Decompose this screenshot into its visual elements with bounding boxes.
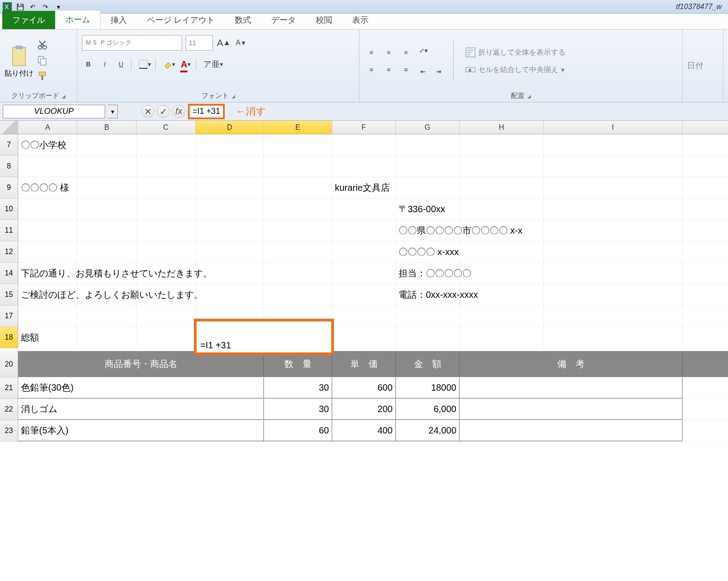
- col-header-B[interactable]: B: [77, 121, 136, 134]
- format-painter-icon[interactable]: [37, 71, 48, 82]
- table-cell[interactable]: 600: [332, 377, 396, 398]
- cell[interactable]: [544, 134, 682, 155]
- cell[interactable]: 下記の通り、お見積もりさせていただきます。: [18, 263, 77, 284]
- redo-icon[interactable]: ↷: [40, 1, 51, 12]
- table-cell[interactable]: 30: [264, 377, 332, 398]
- cell[interactable]: 担当：〇〇〇〇〇: [396, 263, 460, 284]
- cell[interactable]: [332, 284, 396, 305]
- cell[interactable]: [396, 327, 460, 348]
- cell[interactable]: [77, 156, 136, 177]
- cut-icon[interactable]: [37, 40, 48, 51]
- row-header[interactable]: 20: [0, 351, 18, 377]
- cell[interactable]: [544, 177, 682, 198]
- col-header-F[interactable]: F: [332, 121, 396, 134]
- font-name-combo[interactable]: ＭＳ Ｐゴシック: [82, 35, 182, 51]
- cell[interactable]: [136, 241, 196, 262]
- cell[interactable]: [196, 284, 264, 305]
- col-header-G[interactable]: G: [396, 121, 460, 134]
- name-box[interactable]: VLOOKUP: [3, 105, 105, 118]
- row-header[interactable]: 7: [0, 134, 18, 156]
- cell[interactable]: [332, 306, 396, 326]
- tab-file[interactable]: ファイル: [2, 11, 55, 29]
- increase-font-icon[interactable]: A▲: [217, 36, 231, 50]
- tab-home[interactable]: ホーム: [55, 10, 101, 29]
- cell[interactable]: 〇〇小学校: [18, 134, 77, 155]
- fill-color-icon[interactable]: ▾: [162, 57, 176, 71]
- cell[interactable]: [332, 263, 396, 284]
- cell[interactable]: 〇〇〇〇 様: [18, 177, 77, 198]
- table-cell[interactable]: 400: [332, 420, 396, 441]
- cell[interactable]: [196, 199, 264, 219]
- cell[interactable]: [264, 177, 332, 198]
- table-cell[interactable]: 鉛筆(5本入): [18, 420, 264, 441]
- cell[interactable]: [544, 263, 682, 284]
- cell[interactable]: 〇〇〇〇 x-xxx: [396, 241, 460, 262]
- cell[interactable]: [544, 241, 682, 262]
- row-header[interactable]: 15: [0, 284, 18, 306]
- cell[interactable]: [544, 156, 682, 177]
- cell[interactable]: [18, 199, 77, 219]
- row-header[interactable]: 8: [0, 156, 18, 177]
- decrease-font-icon[interactable]: A▼: [235, 36, 248, 50]
- font-size-combo[interactable]: 11: [186, 35, 213, 51]
- cell[interactable]: [332, 134, 396, 155]
- cancel-formula-icon[interactable]: ✕: [142, 105, 154, 118]
- cell[interactable]: [544, 220, 682, 241]
- cell[interactable]: [196, 134, 264, 155]
- table-cell[interactable]: 18000: [396, 377, 460, 398]
- cell[interactable]: [196, 177, 264, 198]
- cell[interactable]: [18, 241, 77, 262]
- wrap-text-button[interactable]: 折り返して全体を表示する: [462, 46, 569, 59]
- cell[interactable]: [264, 284, 332, 305]
- row-header[interactable]: 18: [0, 327, 18, 348]
- border-icon[interactable]: ▾: [138, 57, 152, 71]
- increase-indent-icon[interactable]: ⇥: [432, 64, 445, 79]
- cell[interactable]: [77, 199, 136, 219]
- cell[interactable]: [544, 284, 682, 305]
- copy-icon[interactable]: [37, 56, 48, 66]
- align-left-icon[interactable]: ≡: [364, 62, 379, 77]
- align-right-icon[interactable]: ≡: [399, 62, 413, 77]
- cell[interactable]: [396, 134, 460, 155]
- cell[interactable]: [136, 177, 196, 198]
- row-header[interactable]: 22: [0, 399, 18, 420]
- cell[interactable]: [396, 177, 460, 198]
- cell[interactable]: [77, 177, 136, 198]
- align-top-icon[interactable]: ≡: [364, 45, 379, 60]
- table-header-cell[interactable]: 金 額: [396, 351, 460, 377]
- cell[interactable]: [264, 134, 332, 155]
- font-color-icon[interactable]: A▾: [179, 57, 192, 71]
- cell[interactable]: [460, 199, 544, 219]
- cell[interactable]: [77, 306, 136, 326]
- cell[interactable]: [332, 327, 396, 348]
- cell[interactable]: [460, 263, 544, 284]
- cell[interactable]: 総額: [18, 327, 77, 348]
- merge-center-button[interactable]: a セルを結合して中央揃え▾: [462, 63, 569, 76]
- cell[interactable]: [460, 177, 544, 198]
- number-format-hint[interactable]: 日付: [687, 32, 718, 98]
- row-header[interactable]: 17: [0, 306, 18, 327]
- align-bottom-icon[interactable]: ≡: [399, 45, 413, 60]
- cell[interactable]: [136, 134, 196, 155]
- cell[interactable]: [77, 134, 136, 155]
- save-icon[interactable]: 💾: [15, 1, 25, 12]
- paste-label[interactable]: 貼り付け: [5, 69, 34, 78]
- cell[interactable]: [18, 156, 77, 177]
- phonetic-icon[interactable]: ア亜▾: [203, 57, 223, 71]
- cell[interactable]: [136, 306, 196, 326]
- paste-icon[interactable]: [8, 44, 30, 69]
- tab-formulas[interactable]: 数式: [225, 11, 261, 29]
- tab-review[interactable]: 校閲: [306, 11, 342, 29]
- table-cell[interactable]: 200: [332, 399, 396, 420]
- cell[interactable]: [264, 156, 332, 177]
- row-header[interactable]: 12: [0, 241, 18, 263]
- col-header-I[interactable]: I: [544, 121, 682, 134]
- undo-icon[interactable]: ↶: [27, 1, 38, 12]
- cell[interactable]: [136, 220, 196, 241]
- table-cell[interactable]: 30: [264, 399, 332, 420]
- cell[interactable]: [196, 220, 264, 241]
- cell[interactable]: 電話：0xx-xxx-xxxx: [396, 284, 460, 305]
- align-middle-icon[interactable]: ≡: [381, 45, 396, 60]
- cell[interactable]: [396, 156, 460, 177]
- table-cell[interactable]: 6,000: [396, 399, 460, 420]
